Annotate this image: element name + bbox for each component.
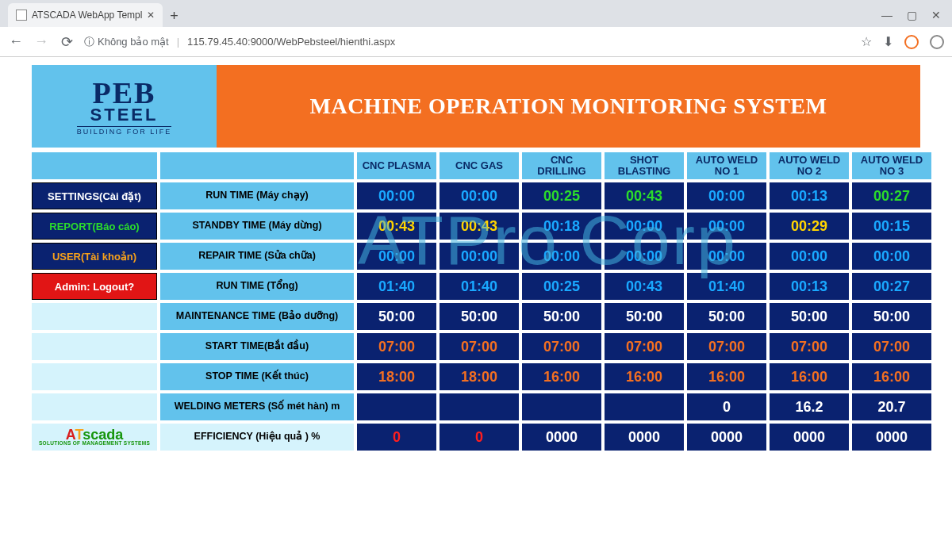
extension-icon[interactable] xyxy=(904,35,919,49)
value-r0-c6: 00:27 xyxy=(852,182,931,209)
column-header-6: AUTO WELD NO 3 xyxy=(852,152,931,179)
value-r6-c0: 18:00 xyxy=(357,363,436,390)
value-r0-c3: 00:43 xyxy=(605,182,684,209)
value-r5-c4: 07:00 xyxy=(687,333,766,360)
value-r5-c2: 07:00 xyxy=(522,333,601,360)
row-label-3: RUN TIME (Tổng) xyxy=(160,273,354,300)
header-spacer-1 xyxy=(32,152,157,179)
value-r2-c6: 00:00 xyxy=(852,243,931,270)
value-r7-c6: 20.7 xyxy=(852,393,931,420)
value-r5-c1: 07:00 xyxy=(440,333,519,360)
value-r8-c2: 0000 xyxy=(522,424,601,451)
reload-button[interactable]: ⟳ xyxy=(59,33,75,51)
value-r4-c6: 50:00 xyxy=(852,303,931,330)
star-icon[interactable]: ☆ xyxy=(861,34,872,49)
value-r6-c1: 18:00 xyxy=(440,363,519,390)
maximize-icon[interactable]: ▢ xyxy=(907,9,917,21)
value-r7-c1 xyxy=(440,393,519,420)
close-window-icon[interactable]: ✕ xyxy=(931,9,941,21)
value-r2-c1: 00:00 xyxy=(440,243,519,270)
value-r4-c2: 50:00 xyxy=(522,303,601,330)
value-r8-c4: 0000 xyxy=(687,424,766,451)
column-header-4: AUTO WELD NO 1 xyxy=(687,152,766,179)
value-r2-c2: 00:00 xyxy=(522,243,601,270)
browser-chrome: ATSCADA WebApp Templ ✕ + — ▢ ✕ ← → ⟳ ⓘ K… xyxy=(0,0,952,57)
user-button[interactable]: USER(Tài khoản) xyxy=(32,243,157,270)
minimize-icon[interactable]: — xyxy=(881,9,892,21)
sidebar-empty xyxy=(32,393,157,420)
new-tab-button[interactable]: + xyxy=(163,5,185,27)
value-r2-c4: 00:00 xyxy=(687,243,766,270)
close-tab-icon[interactable]: ✕ xyxy=(147,10,155,21)
address-bar[interactable]: ⓘ Không bảo mật | 115.79.45.40:9000/WebP… xyxy=(84,35,851,49)
sidebar-empty xyxy=(32,333,157,360)
page-content: PEB STEEL BUILDING FOR LIFE MACHINE OPER… xyxy=(0,57,952,458)
download-icon[interactable]: ⬇ xyxy=(883,34,893,49)
data-grid: CNC PLASMACNC GASCNC DRILLINGSHOT BLASTI… xyxy=(32,152,920,451)
tab-bar: ATSCADA WebApp Templ ✕ + — ▢ ✕ xyxy=(0,0,952,27)
logout-button[interactable]: Admin: Logout? xyxy=(32,273,157,300)
value-r3-c2: 00:25 xyxy=(522,273,601,300)
value-r4-c1: 50:00 xyxy=(440,303,519,330)
value-r6-c6: 16:00 xyxy=(852,363,931,390)
report-button[interactable]: REPORT(Báo cáo) xyxy=(32,213,157,240)
info-icon: ⓘ xyxy=(84,35,94,49)
value-r1-c1: 00:43 xyxy=(440,213,519,240)
back-button[interactable]: ← xyxy=(8,33,24,50)
forward-button[interactable]: → xyxy=(33,33,49,50)
value-r5-c6: 07:00 xyxy=(852,333,931,360)
row-label-6: STOP TIME (Kết thúc) xyxy=(160,363,354,390)
sidebar-empty xyxy=(32,363,157,390)
value-r6-c2: 16:00 xyxy=(522,363,601,390)
insecure-badge: ⓘ Không bảo mật xyxy=(84,35,169,49)
row-label-0: RUN TIME (Máy chạy) xyxy=(160,182,354,209)
value-r2-c3: 00:00 xyxy=(605,243,684,270)
page-title: MACHINE OPERATION MONITORING SYSTEM xyxy=(217,65,920,148)
column-header-2: CNC DRILLING xyxy=(522,152,601,179)
atscada-logo: ATscadaSOLUTIONS OF MANAGEMENT SYSTEMS xyxy=(32,424,157,451)
insecure-label: Không bảo mật xyxy=(98,36,169,48)
column-header-5: AUTO WELD NO 2 xyxy=(770,152,849,179)
value-r0-c0: 00:00 xyxy=(357,182,436,209)
address-bar-row: ← → ⟳ ⓘ Không bảo mật | 115.79.45.40:900… xyxy=(0,27,952,57)
value-r3-c3: 00:43 xyxy=(605,273,684,300)
value-r7-c2 xyxy=(522,393,601,420)
value-r8-c6: 0000 xyxy=(852,424,931,451)
value-r0-c1: 00:00 xyxy=(440,182,519,209)
settings-button[interactable]: SETTINGS(Cài đặt) xyxy=(32,182,157,209)
value-r3-c6: 00:27 xyxy=(852,273,931,300)
value-r5-c3: 07:00 xyxy=(605,333,684,360)
value-r0-c2: 00:25 xyxy=(522,182,601,209)
value-r2-c0: 00:00 xyxy=(357,243,436,270)
value-r8-c3: 0000 xyxy=(605,424,684,451)
value-r4-c0: 50:00 xyxy=(357,303,436,330)
profile-icon[interactable] xyxy=(930,35,944,49)
peb-logo: PEB STEEL BUILDING FOR LIFE xyxy=(32,65,217,148)
value-r8-c0: 0 xyxy=(357,424,436,451)
peb-logo-line1: PEB xyxy=(77,78,172,108)
header-spacer-2 xyxy=(160,152,354,179)
header-band: PEB STEEL BUILDING FOR LIFE MACHINE OPER… xyxy=(32,65,920,148)
peb-logo-line3: BUILDING FOR LIFE xyxy=(77,126,172,136)
browser-tab[interactable]: ATSCADA WebApp Templ ✕ xyxy=(8,3,163,27)
window-controls: — ▢ ✕ xyxy=(870,3,952,27)
value-r4-c3: 50:00 xyxy=(605,303,684,330)
row-label-5: START TIME(Bắt đầu) xyxy=(160,333,354,360)
value-r4-c4: 50:00 xyxy=(687,303,766,330)
value-r1-c4: 00:00 xyxy=(687,213,766,240)
url-text: 115.79.45.40:9000/WebPebsteel/hienthi.as… xyxy=(187,36,395,48)
value-r1-c3: 00:00 xyxy=(605,213,684,240)
value-r7-c0 xyxy=(357,393,436,420)
value-r3-c1: 01:40 xyxy=(440,273,519,300)
value-r3-c0: 01:40 xyxy=(357,273,436,300)
value-r5-c0: 07:00 xyxy=(357,333,436,360)
column-header-3: SHOT BLASTING xyxy=(605,152,684,179)
value-r5-c5: 07:00 xyxy=(770,333,849,360)
value-r7-c3 xyxy=(605,393,684,420)
row-label-8: EFFICIENCY (Hiệu quả ) % xyxy=(160,424,354,451)
value-r1-c6: 00:15 xyxy=(852,213,931,240)
column-header-1: CNC GAS xyxy=(440,152,519,179)
row-label-1: STANDBY TIME (Máy dừng) xyxy=(160,213,354,240)
value-r1-c2: 00:18 xyxy=(522,213,601,240)
value-r3-c4: 01:40 xyxy=(687,273,766,300)
